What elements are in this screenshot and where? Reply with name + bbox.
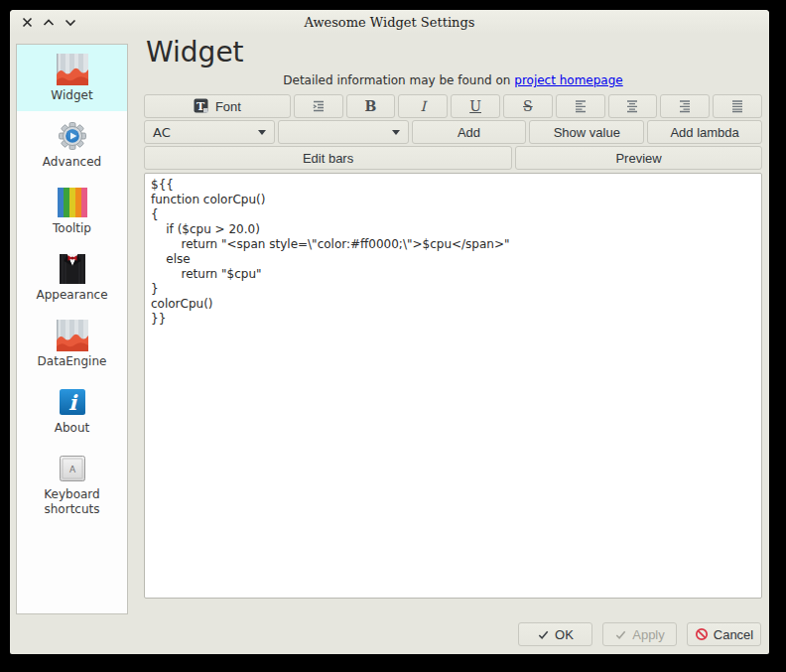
code-editor[interactable]: ${{ function colorCpu() { if ($cpu > 20.…: [144, 173, 762, 599]
titlebar: Awesome Widget Settings: [10, 10, 769, 34]
action-bar: Edit bars Preview: [144, 146, 762, 170]
color-stripes-icon: [57, 187, 88, 218]
sidebar-item-label: Widget: [47, 88, 96, 103]
align-right-icon: [677, 99, 693, 113]
indent-button[interactable]: [294, 94, 343, 118]
edit-bars-button-label: Edit bars: [303, 151, 353, 166]
chart-icon: [57, 320, 88, 351]
align-left-button[interactable]: [556, 94, 605, 118]
underline-button[interactable]: U: [451, 94, 500, 118]
sidebar-item-widget[interactable]: Widget: [17, 45, 127, 111]
screen: Awesome Widget Settings Widget: [0, 0, 786, 672]
sidebar-item-label: Keyboard shortcuts: [17, 487, 127, 517]
project-homepage-link[interactable]: project homepage: [514, 73, 622, 87]
preview-button-label: Preview: [615, 151, 661, 166]
bold-button[interactable]: B: [346, 94, 396, 118]
sidebar-item-label: Appearance: [32, 288, 111, 303]
sidebar-item-advanced[interactable]: Advanced: [17, 111, 127, 178]
cancel-button[interactable]: Cancel: [687, 622, 761, 646]
font-button[interactable]: T Font: [144, 94, 291, 118]
show-value-button-label: Show value: [554, 125, 620, 140]
strikethrough-glyph: S: [523, 98, 533, 114]
underline-glyph: U: [469, 98, 481, 114]
svg-text:A: A: [68, 464, 75, 473]
add-button-label: Add: [458, 125, 480, 140]
window-title: Awesome Widget Settings: [10, 15, 769, 30]
tag-combobox-value: AC: [153, 125, 171, 140]
tuxedo-icon: [57, 253, 88, 285]
sidebar-item-label: Tooltip: [49, 221, 95, 236]
strikethrough-button[interactable]: S: [503, 94, 553, 118]
sidebar-item-label: Advanced: [39, 155, 105, 170]
check-icon: [614, 628, 627, 641]
sidebar-item-label: DataEngine: [34, 354, 111, 369]
value-combobox[interactable]: [278, 120, 409, 144]
sidebar-item-about[interactable]: i About: [17, 377, 127, 444]
tag-bar: AC Add Show value Add lambda: [144, 120, 762, 144]
keep-below-button[interactable]: [62, 13, 79, 31]
bold-glyph: B: [365, 98, 377, 114]
keep-above-button[interactable]: [40, 13, 58, 31]
sidebar-item-label: About: [51, 421, 93, 436]
chevron-up-icon: [43, 17, 55, 28]
info-icon: i: [57, 386, 88, 418]
main-panel: Widget Detailed information may be found…: [144, 34, 762, 603]
align-justify-button[interactable]: [713, 94, 762, 118]
sidebar-item-keyboard-shortcuts[interactable]: A Keyboard shortcuts: [17, 444, 127, 525]
apply-button[interactable]: Apply: [602, 622, 677, 646]
chevron-down-icon: [258, 130, 266, 135]
sidebar: Widget: [16, 44, 128, 614]
font-icon: T: [194, 98, 209, 114]
align-center-button[interactable]: [608, 94, 658, 118]
align-center-icon: [624, 99, 640, 113]
indent-icon: [311, 98, 327, 114]
align-right-button[interactable]: [660, 94, 710, 118]
font-button-label: Font: [215, 99, 241, 114]
dialog-footer: OK Apply Cancel: [518, 622, 761, 646]
add-button[interactable]: Add: [412, 120, 527, 144]
italic-button[interactable]: I: [398, 94, 448, 118]
gear-icon: [57, 120, 88, 152]
ok-button[interactable]: OK: [518, 622, 592, 646]
edit-bars-button[interactable]: Edit bars: [144, 146, 512, 170]
apply-button-label: Apply: [632, 627, 665, 642]
italic-glyph: I: [421, 98, 427, 114]
align-left-icon: [573, 99, 589, 113]
page-title: Widget: [146, 36, 762, 69]
close-icon: [22, 17, 33, 28]
tag-combobox[interactable]: AC: [144, 120, 275, 144]
sidebar-item-tooltip[interactable]: Tooltip: [17, 178, 127, 244]
format-toolbar: T Font B I: [144, 94, 762, 118]
keyboard-key-icon: A: [57, 453, 88, 484]
align-justify-icon: [729, 99, 745, 113]
check-icon: [537, 628, 550, 641]
cancel-button-label: Cancel: [714, 627, 753, 642]
ok-button-label: OK: [555, 627, 574, 642]
cancel-icon: [695, 627, 709, 641]
chart-icon: [57, 54, 88, 85]
sidebar-item-appearance[interactable]: Appearance: [17, 244, 127, 311]
preview-button[interactable]: Preview: [515, 146, 762, 170]
add-lambda-button[interactable]: Add lambda: [647, 120, 762, 144]
add-lambda-button-label: Add lambda: [670, 125, 738, 140]
chevron-down-icon: [392, 130, 400, 135]
close-button[interactable]: [18, 13, 36, 31]
settings-window: Awesome Widget Settings Widget: [10, 10, 769, 654]
chevron-down-icon: [65, 17, 76, 28]
sidebar-item-dataengine[interactable]: DataEngine: [17, 311, 127, 377]
info-line: Detailed information may be found on pro…: [144, 73, 762, 87]
info-text: Detailed information may be found on: [283, 73, 510, 87]
show-value-button[interactable]: Show value: [529, 120, 644, 144]
